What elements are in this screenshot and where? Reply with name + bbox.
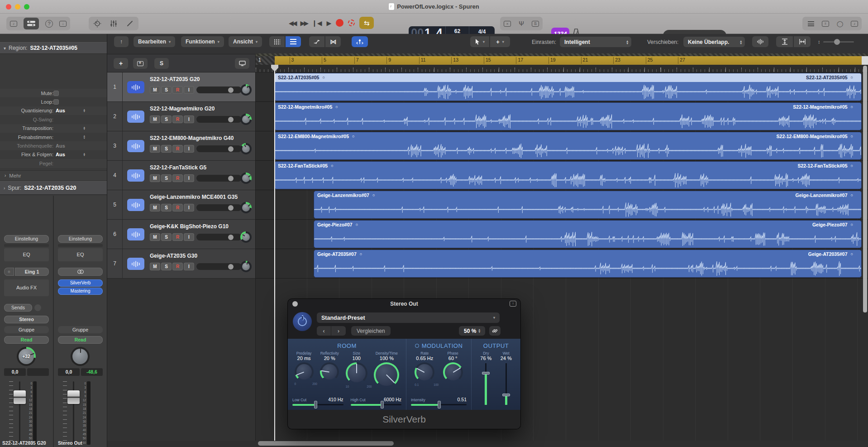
stereo-format-button[interactable] xyxy=(58,268,103,276)
track-waveform-icon[interactable] xyxy=(127,81,144,93)
group-slot[interactable]: Gruppe xyxy=(58,326,103,333)
track-volume-slider[interactable] xyxy=(196,87,242,93)
track-pan-knob[interactable] xyxy=(240,114,252,125)
param-stepper-icon[interactable]: ▴▾ xyxy=(83,135,85,139)
slider-knob[interactable] xyxy=(228,205,234,211)
preset-dropdown[interactable]: Standard-Preset ▾ xyxy=(317,312,500,323)
mute-button[interactable]: M xyxy=(150,174,160,182)
smart-controls-icon[interactable] xyxy=(92,19,102,29)
track-pan-knob[interactable] xyxy=(240,143,252,154)
section-power-icon[interactable] xyxy=(415,344,419,348)
media-browser-icon[interactable]: ♪ xyxy=(851,21,858,27)
go-to-beginning-button[interactable]: ❙◀ xyxy=(312,19,322,27)
loop-browser-icon[interactable]: ◯ xyxy=(835,19,845,29)
plugin-knob[interactable] xyxy=(443,362,463,382)
slider-knob[interactable] xyxy=(228,235,234,240)
plugin-mastering[interactable]: Mastering xyxy=(58,288,103,295)
timeline-ruler[interactable]: 13579111315171921232527 xyxy=(256,53,868,72)
audio-region[interactable]: S22-12-EM800-Magnetmikro#05○S22-12-EM800… xyxy=(274,132,862,160)
eq-slot[interactable]: EQ xyxy=(4,248,49,261)
region-inspector-header[interactable]: ▾ Region: S22-12-AT2035#05 xyxy=(0,42,107,54)
audio-region[interactable]: S22-12-AT2035#05○S22-12-AT2035#05○ xyxy=(274,73,862,101)
audio-region[interactable]: Geige-AT2035#07○Geige-AT2035#07○ xyxy=(314,250,862,278)
play-button[interactable]: ▶ xyxy=(327,19,332,27)
menu-ansicht[interactable]: Ansicht▾ xyxy=(229,36,262,47)
input-monitor-button[interactable]: I xyxy=(184,174,194,182)
input-slot[interactable]: ○ Eing 1 xyxy=(4,268,49,276)
minimize-window-button[interactable] xyxy=(15,4,20,10)
cycle-band[interactable]: 13579111315171921232527 xyxy=(256,56,868,65)
eq-slot[interactable]: EQ xyxy=(58,248,103,261)
input-monitor-button[interactable]: I xyxy=(184,115,194,123)
close-window-button[interactable] xyxy=(6,4,11,10)
plugin-knob[interactable]: 10200 xyxy=(346,362,367,384)
setting-button[interactable]: Einstellung xyxy=(4,235,49,243)
solo-mode-icon[interactable]: S xyxy=(532,21,539,27)
track-waveform-icon[interactable] xyxy=(127,258,144,270)
param-stepper-icon[interactable]: ▴▾ xyxy=(83,153,85,157)
solo-button[interactable]: S xyxy=(161,263,172,270)
plugin-titlebar[interactable]: Stereo Out ↑ xyxy=(288,299,520,309)
solo-button[interactable]: S xyxy=(161,204,172,211)
track-header-row[interactable]: 7Geige-AT2035 G30MSRI xyxy=(107,249,255,279)
mixer-icon[interactable] xyxy=(109,19,119,29)
audio-region[interactable]: S22-12-Magnetmikro#05○S22-12-Magnetmikro… xyxy=(274,102,862,130)
fader-handle[interactable] xyxy=(67,390,80,404)
param-checkbox[interactable] xyxy=(53,99,59,105)
plugin-knob[interactable] xyxy=(320,362,339,381)
note-pads-icon[interactable]: ≡ xyxy=(822,21,829,27)
toolbar-toggle-icon[interactable]: ↓ xyxy=(59,21,67,27)
rewind-button[interactable]: ◀◀ xyxy=(289,19,296,27)
flex-button[interactable] xyxy=(352,36,368,47)
waveform-zoom-button[interactable] xyxy=(752,36,768,47)
track-header-row[interactable]: 4S22-12-FanTaStick G5MSRI xyxy=(107,161,255,190)
record-enable-button[interactable]: R xyxy=(172,174,183,182)
track-pan-knob[interactable] xyxy=(240,202,252,213)
solo-button[interactable]: S xyxy=(161,174,172,182)
record-enable-button[interactable]: R xyxy=(172,145,183,153)
audio-region[interactable]: Geige-Lanzenmikro#07○Geige-Lanzenmikro#0… xyxy=(314,191,862,219)
track-volume-slider[interactable] xyxy=(196,234,242,240)
horizontal-auto-zoom-button[interactable] xyxy=(794,36,811,47)
chevron-right-icon[interactable]: › xyxy=(4,186,5,191)
automation-button[interactable] xyxy=(309,36,324,47)
param-value[interactable]: Aus xyxy=(56,143,65,149)
vertical-zoom-slider[interactable]: ↕ xyxy=(818,39,854,44)
slider-thumb[interactable] xyxy=(834,39,840,45)
record-enable-button[interactable]: R xyxy=(172,204,183,211)
inspector-toggle-icon[interactable] xyxy=(24,18,39,29)
playhead[interactable] xyxy=(274,65,275,441)
tuner-icon[interactable]: Ψ xyxy=(516,19,526,29)
input-monitor-icon[interactable]: ○ xyxy=(4,268,14,276)
audio-fx-slot[interactable]: Audio FX xyxy=(4,279,49,296)
forward-button[interactable]: ▶▶ xyxy=(300,19,308,27)
mute-button[interactable]: M xyxy=(150,263,160,270)
secondary-tool-button[interactable]: +▾ xyxy=(490,36,510,47)
menu-funktionen[interactable]: Funktionen▾ xyxy=(181,36,224,47)
track-waveform-icon[interactable] xyxy=(127,169,144,182)
slider-knob[interactable] xyxy=(228,264,234,269)
audio-region[interactable]: S22-12-FanTaStick#05○S22-12-FanTaStick#0… xyxy=(274,161,862,189)
param-stepper-icon[interactable]: ▴▾ xyxy=(83,126,85,130)
track-volume-slider[interactable] xyxy=(196,175,242,182)
input-name[interactable]: Eing 1 xyxy=(15,268,49,276)
track-header-row[interactable]: 3S22-12-EM800-Magnetmikro G40MSRI xyxy=(107,131,255,161)
input-monitor-button[interactable]: I xyxy=(184,263,194,270)
setting-button[interactable]: Einstellung xyxy=(58,235,103,243)
duplicate-track-button[interactable] xyxy=(133,58,148,69)
fader-handle[interactable] xyxy=(14,390,26,404)
mute-button[interactable]: M xyxy=(150,115,160,123)
mute-button[interactable]: M xyxy=(150,145,160,153)
hide-inspector-button[interactable]: ↑ xyxy=(114,36,129,47)
param-stepper-icon[interactable]: ▴▾ xyxy=(83,109,85,113)
track-volume-slider[interactable] xyxy=(196,263,242,270)
list-view-button[interactable] xyxy=(286,36,301,47)
pan-knob[interactable] xyxy=(71,347,90,366)
send-knob[interactable] xyxy=(34,304,41,311)
record-enable-button[interactable]: R xyxy=(172,115,183,123)
peak-value[interactable] xyxy=(27,368,49,376)
param-value[interactable]: Aus xyxy=(56,108,65,113)
slider-handle[interactable] xyxy=(381,401,384,409)
track-pan-knob[interactable] xyxy=(240,261,252,272)
gain-slot[interactable] xyxy=(58,244,103,247)
